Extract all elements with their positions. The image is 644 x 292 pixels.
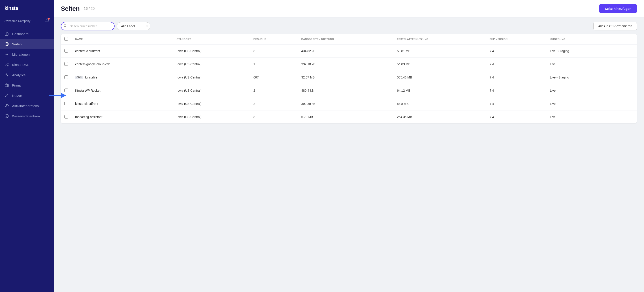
sidebar-nav: Dashboard Seiten Migrationen	[0, 27, 54, 292]
th-php: PHP VERSION	[486, 34, 546, 44]
row-bandbreiten-3: 480.4 kB	[298, 84, 394, 97]
row-php-1: 7.4	[486, 58, 546, 71]
row-name-4: kinsta-cloudfront	[72, 97, 173, 110]
sites-table: NAME ↑ STANDORT BESUCHE BANDBREITEN NUTZ…	[61, 34, 637, 123]
kinsta-logo: kinsta	[4, 5, 49, 12]
row-checkbox-2[interactable]	[64, 75, 68, 79]
more-options-icon-2[interactable]: ⋮	[613, 75, 617, 80]
sidebar-item-analytics[interactable]: Analytics	[0, 70, 54, 80]
sidebar: kinsta Awesome Company Dashboard	[0, 0, 54, 292]
site-name: Kinsta WP Rocket	[75, 89, 100, 92]
row-festplatten-1: 54.03 MB	[394, 58, 486, 71]
row-festplatten-2: 555.46 MB	[394, 71, 486, 84]
row-umgebung-5: Live	[546, 110, 609, 124]
row-besuche-2: 607	[250, 71, 298, 84]
notification-icon[interactable]	[45, 18, 49, 23]
row-name-5: marketing-assistant	[72, 110, 173, 124]
table-row: CDN kinstalife Iowa (US Central) 607 32.…	[61, 71, 637, 84]
row-more-1: ⋮	[610, 58, 637, 71]
row-checkbox-1[interactable]	[64, 62, 68, 66]
globe-icon	[4, 42, 9, 46]
table-row: Kinsta WP Rocket Iowa (US Central) 2 480…	[61, 84, 637, 97]
migration-icon	[4, 52, 9, 56]
row-umgebung-0: Live • Staging	[546, 44, 609, 58]
row-checkbox-5[interactable]	[64, 115, 68, 118]
row-more-4: ⋮	[610, 97, 637, 110]
add-page-button[interactable]: Seite hinzufügen	[599, 4, 637, 13]
row-besuche-5: 3	[250, 110, 298, 124]
toolbar-left: Alle Label ▾	[61, 22, 150, 30]
more-options-icon-0[interactable]: ⋮	[613, 49, 617, 53]
sidebar-item-label-dashboard: Dashboard	[12, 32, 28, 36]
row-festplatten-5: 254.35 MB	[394, 110, 486, 124]
row-checkbox-3[interactable]	[64, 88, 68, 92]
sidebar-item-kinsta-dns[interactable]: Kinsta DNS	[0, 59, 54, 70]
row-standort-0: Iowa (US Central)	[173, 44, 250, 58]
row-name-1: cdntest-google-cloud-cdn	[72, 58, 173, 71]
th-name: NAME ↑	[72, 34, 173, 44]
header-left: Seiten 16 / 20	[61, 5, 95, 12]
sidebar-item-dashboard[interactable]: Dashboard	[0, 29, 54, 39]
sidebar-item-label-migrationen: Migrationen	[12, 52, 30, 56]
label-filter-wrap: Alle Label ▾	[117, 22, 150, 30]
row-checkbox-4[interactable]	[64, 102, 68, 105]
company-name: Awesome Company	[4, 19, 30, 22]
sidebar-item-label-aktivitaet: Aktivitätenprotokoll	[12, 104, 40, 108]
row-checkbox-cell	[61, 44, 72, 58]
site-name: kinsta-cloudfront	[75, 102, 98, 105]
page-header: Seiten 16 / 20 Seite hinzufügen	[54, 0, 644, 17]
row-more-0: ⋮	[610, 44, 637, 58]
main-content: Seiten 16 / 20 Seite hinzufügen Alle Lab…	[54, 0, 644, 292]
site-name: cdntest-google-cloud-cdn	[75, 62, 110, 66]
row-standort-5: Iowa (US Central)	[173, 110, 250, 124]
table-row: cdntest-cloudfront Iowa (US Central) 3 4…	[61, 44, 637, 58]
th-umgebung: UMGEBUNG	[546, 34, 609, 44]
sidebar-item-firma[interactable]: Firma	[0, 80, 54, 90]
row-bandbreiten-5: 5.79 MB	[298, 110, 394, 124]
row-standort-1: Iowa (US Central)	[173, 58, 250, 71]
row-besuche-1: 1	[250, 58, 298, 71]
row-more-3: ⋮	[610, 84, 637, 97]
row-name-2: CDN kinstalife	[72, 71, 173, 84]
info-icon	[4, 114, 9, 118]
site-name: kinstalife	[85, 76, 97, 79]
row-festplatten-3: 64.12 MB	[394, 84, 486, 97]
row-standort-2: Iowa (US Central)	[173, 71, 250, 84]
sidebar-item-nutzer[interactable]: Nutzer	[0, 90, 54, 101]
sidebar-item-seiten[interactable]: Seiten	[0, 39, 54, 49]
row-more-5: ⋮	[610, 110, 637, 124]
select-all-checkbox[interactable]	[64, 37, 68, 41]
label-filter-select[interactable]: Alle Label	[117, 22, 150, 30]
export-csv-button[interactable]: Alles in CSV exportieren	[594, 22, 637, 30]
row-festplatten-0: 53.81 MB	[394, 44, 486, 58]
row-php-0: 7.4	[486, 44, 546, 58]
row-bandbreiten-0: 434.82 kB	[298, 44, 394, 58]
svg-point-7	[6, 105, 8, 106]
sidebar-item-migrationen[interactable]: Migrationen	[0, 49, 54, 59]
row-name-0: cdntest-cloudfront	[72, 44, 173, 58]
site-name: cdntest-cloudfront	[75, 49, 100, 53]
sidebar-item-label-dns: Kinsta DNS	[12, 63, 30, 67]
more-options-icon-3[interactable]: ⋮	[613, 88, 617, 93]
row-php-4: 7.4	[486, 97, 546, 110]
sidebar-item-aktivitaetsprotokoll[interactable]: Aktivitätenprotokoll	[0, 101, 54, 111]
dns-icon	[4, 62, 9, 67]
th-checkbox	[61, 34, 72, 44]
sidebar-item-wissensdatenbank[interactable]: Wissensdatenbank	[0, 111, 54, 121]
more-options-icon-5[interactable]: ⋮	[613, 115, 617, 119]
home-icon	[4, 31, 9, 36]
search-input[interactable]	[61, 22, 114, 30]
row-checkbox-cell	[61, 110, 72, 124]
table-row: kinsta-cloudfront Iowa (US Central) 2 39…	[61, 97, 637, 110]
svg-rect-5	[5, 84, 8, 87]
row-umgebung-1: Live	[546, 58, 609, 71]
row-checkbox-0[interactable]	[64, 49, 68, 52]
notification-dot	[48, 18, 50, 20]
eye-icon	[4, 103, 9, 108]
sidebar-item-label-nutzer: Nutzer	[12, 94, 22, 97]
more-options-icon-4[interactable]: ⋮	[613, 101, 617, 106]
analytics-icon	[4, 73, 9, 77]
more-options-icon-1[interactable]: ⋮	[613, 62, 617, 66]
table-row: cdntest-google-cloud-cdn Iowa (US Centra…	[61, 58, 637, 71]
search-wrap	[61, 22, 114, 30]
